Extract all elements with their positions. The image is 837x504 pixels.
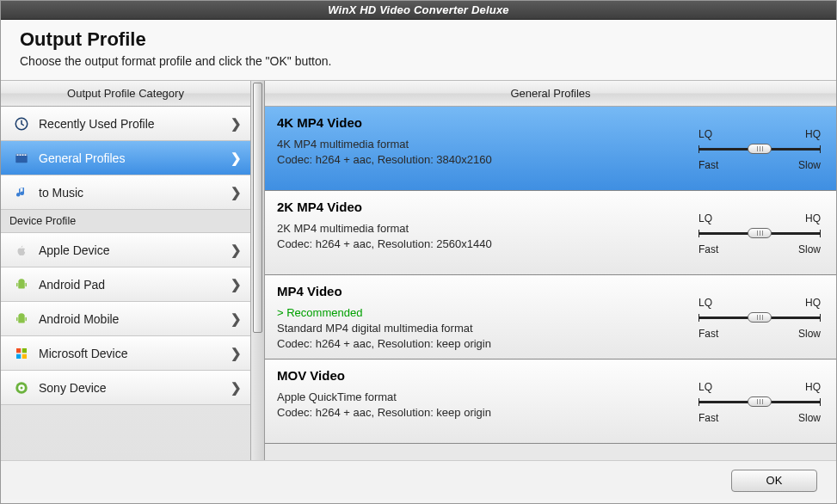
lq-label: LQ	[699, 212, 712, 224]
svg-rect-4	[20, 154, 22, 156]
profile-title: MP4 Video	[277, 284, 686, 298]
profile-info: MOV VideoApple QuickTime formatCodec: h2…	[265, 360, 699, 443]
windows-icon	[13, 345, 30, 362]
profile-item[interactable]: 4K MP4 Video4K MP4 multimedia formatCode…	[265, 107, 836, 191]
svg-rect-11	[26, 282, 28, 286]
category-label: Android Pad	[39, 278, 222, 292]
profile-item[interactable]: 2K MP4 Video2K MP4 multimedia formatCode…	[265, 191, 836, 275]
device-profile-group-label: Device Profile	[1, 210, 250, 233]
chevron-right-icon: ❯	[231, 185, 242, 200]
category-item[interactable]: Microsoft Device❯	[1, 336, 250, 371]
quality-slider[interactable]	[699, 143, 821, 155]
window-title: WinX HD Video Converter Deluxe	[328, 3, 509, 16]
quality-slider[interactable]	[699, 396, 821, 408]
slider-handle[interactable]	[748, 228, 772, 238]
svg-rect-17	[16, 348, 21, 353]
music-icon	[13, 184, 30, 201]
apple-icon	[13, 242, 30, 259]
profile-title: 2K MP4 Video	[277, 200, 686, 214]
chevron-right-icon: ❯	[231, 277, 242, 292]
slow-label: Slow	[798, 243, 821, 255]
svg-rect-16	[26, 317, 28, 321]
category-item[interactable]: Sony Device❯	[1, 371, 250, 405]
profile-desc: Apple QuickTime format	[277, 390, 686, 403]
slow-label: Slow	[798, 328, 821, 340]
film-icon	[13, 150, 30, 167]
profile-codec: Codec: h264 + aac, Resolution: 2560x1440	[277, 237, 686, 250]
category-item[interactable]: Android Mobile❯	[1, 302, 250, 336]
category-label: Apple Device	[39, 243, 222, 257]
main-header: General Profiles	[265, 81, 836, 107]
category-label: General Profiles	[39, 151, 222, 165]
quality-slider-block: LQHQFastSlow	[699, 275, 836, 359]
svg-rect-20	[22, 353, 27, 358]
quality-slider-block: LQHQFastSlow	[699, 107, 836, 190]
fast-label: Fast	[699, 328, 718, 340]
slow-label: Slow	[798, 159, 821, 171]
profile-title: 4K MP4 Video	[277, 115, 686, 130]
android-icon	[13, 310, 30, 328]
svg-rect-10	[16, 282, 18, 286]
category-label: Recently Used Profile	[39, 117, 222, 131]
slider-handle[interactable]	[748, 312, 772, 323]
sidebar: Output Profile Category Recently Used Pr…	[1, 81, 265, 460]
svg-rect-12	[18, 317, 25, 323]
chevron-right-icon: ❯	[231, 346, 242, 361]
sony-icon	[13, 379, 30, 396]
page-subtitle: Choose the output format profile and cli…	[20, 54, 817, 68]
category-label: Sony Device	[39, 381, 222, 395]
profile-info: MP4 Video> RecommendedStandard MP4 digit…	[265, 275, 699, 359]
main-panel: General Profiles 4K MP4 Video4K MP4 mult…	[265, 81, 836, 460]
header: Output Profile Choose the output format …	[1, 20, 836, 80]
svg-rect-15	[16, 317, 18, 321]
profile-desc: 2K MP4 multimedia format	[277, 222, 686, 235]
chevron-right-icon: ❯	[231, 243, 242, 258]
fast-label: Fast	[699, 159, 718, 171]
profile-title: MOV Video	[277, 368, 686, 383]
svg-rect-7	[18, 282, 25, 289]
chevron-right-icon: ❯	[231, 151, 242, 166]
scrollbar-thumb[interactable]	[253, 83, 262, 333]
profile-list: 4K MP4 Video4K MP4 multimedia formatCode…	[265, 107, 836, 460]
lq-label: LQ	[699, 297, 712, 309]
svg-point-23	[21, 386, 23, 389]
svg-rect-5	[22, 154, 24, 156]
svg-rect-6	[25, 154, 27, 156]
svg-rect-18	[22, 348, 27, 353]
quality-slider[interactable]	[699, 227, 821, 239]
category-item[interactable]: to Music❯	[1, 175, 250, 210]
profile-codec: Codec: h264 + aac, Resolution: keep orig…	[277, 406, 686, 419]
profile-desc: Standard MP4 digital multimedia format	[277, 322, 686, 335]
profile-item[interactable]: MP4 Video> RecommendedStandard MP4 digit…	[265, 275, 836, 360]
hq-label: HQ	[805, 128, 821, 140]
sidebar-header: Output Profile Category	[1, 81, 250, 107]
history-icon	[13, 115, 30, 132]
category-item[interactable]: Android Pad❯	[1, 267, 250, 302]
category-item[interactable]: Apple Device❯	[1, 233, 250, 267]
profile-item[interactable]: MOV VideoApple QuickTime formatCodec: h2…	[265, 360, 836, 444]
quality-slider[interactable]	[699, 311, 821, 323]
category-label: to Music	[39, 186, 222, 200]
title-bar: WinX HD Video Converter Deluxe	[1, 1, 836, 20]
lq-label: LQ	[699, 128, 712, 140]
fast-label: Fast	[699, 412, 718, 424]
chevron-right-icon: ❯	[231, 311, 242, 327]
profile-info: 4K MP4 Video4K MP4 multimedia formatCode…	[265, 107, 699, 190]
slider-handle[interactable]	[748, 396, 772, 407]
chevron-right-icon: ❯	[231, 116, 242, 132]
category-item[interactable]: General Profiles❯	[1, 141, 250, 175]
category-label: Android Mobile	[39, 312, 222, 326]
page-title: Output Profile	[20, 28, 817, 51]
category-item[interactable]: Recently Used Profile❯	[1, 107, 250, 141]
sidebar-scrollbar[interactable]	[250, 81, 264, 460]
slider-handle[interactable]	[748, 144, 772, 154]
profile-desc: 4K MP4 multimedia format	[277, 138, 686, 151]
quality-slider-block: LQHQFastSlow	[699, 360, 836, 443]
profile-recommended: > Recommended	[277, 306, 686, 319]
ok-button[interactable]: OK	[731, 470, 817, 492]
hq-label: HQ	[805, 212, 821, 224]
lq-label: LQ	[699, 381, 712, 393]
slow-label: Slow	[798, 412, 821, 424]
android-icon	[13, 276, 30, 293]
profile-codec: Codec: h264 + aac, Resolution: 3840x2160	[277, 153, 686, 166]
